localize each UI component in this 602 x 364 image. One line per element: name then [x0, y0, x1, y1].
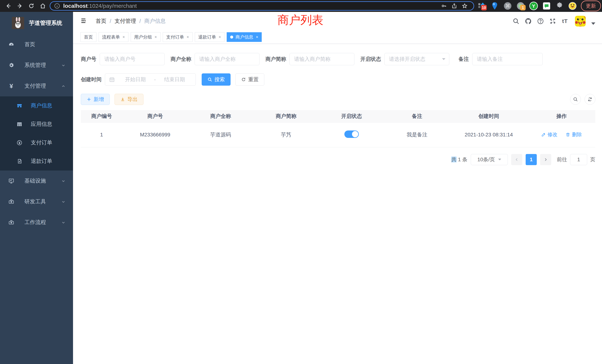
full-name-input[interactable]: [195, 53, 259, 65]
breadcrumb-item[interactable]: 首页: [96, 17, 106, 25]
date-separator: -: [153, 76, 157, 83]
field-label: 备注: [459, 56, 469, 63]
sidebar-item-workflow[interactable]: 工作流程: [0, 212, 73, 233]
col-merchant-no: 商户号: [122, 110, 188, 122]
start-date-placeholder[interactable]: 开始日期: [118, 76, 153, 83]
breadcrumb-item[interactable]: 支付管理: [115, 17, 136, 25]
prev-page-button[interactable]: [511, 154, 522, 165]
filter-full-name: 商户全称: [171, 53, 259, 65]
merchant-table: 商户编号 商户号 商户全称 商户简称 开启状态 备注 创建时间 操作 1: [81, 110, 595, 147]
short-name-input[interactable]: [290, 53, 354, 65]
github-icon[interactable]: [523, 16, 533, 26]
extension-bookmarks-icon[interactable]: 10: [476, 1, 487, 11]
reset-button[interactable]: 重置: [235, 73, 264, 86]
col-create-time: 创建时间: [450, 110, 528, 122]
close-icon[interactable]: ×: [122, 35, 125, 40]
page-number-button[interactable]: 1: [526, 154, 537, 165]
breadcrumb-item-current: 商户信息: [144, 17, 166, 25]
address-bar[interactable]: localhost:1024/pay/merchant: [50, 1, 474, 11]
avatar-dropdown-caret[interactable]: [591, 22, 595, 25]
page-size-select[interactable]: 10条/页: [471, 154, 508, 165]
extension-chat-icon[interactable]: [541, 1, 552, 11]
tab-process-form[interactable]: 流程表单×: [99, 32, 129, 42]
next-page-button[interactable]: [540, 154, 551, 165]
monitor-chart-icon: [8, 178, 14, 184]
col-full-name: 商户全称: [188, 110, 253, 122]
sidebar-item-home[interactable]: 首页: [0, 34, 73, 55]
col-short-name: 商户简称: [253, 110, 319, 122]
search-button[interactable]: 搜索: [202, 73, 231, 86]
fullscreen-icon[interactable]: [548, 16, 558, 26]
sidebar-toggle-icon[interactable]: [80, 17, 89, 25]
extension-emoji-icon[interactable]: [567, 1, 578, 11]
active-tab-dot: [230, 36, 233, 39]
app-logo-row[interactable]: 芋道管理系统: [0, 12, 73, 34]
goto-page-input[interactable]: [570, 154, 587, 165]
merchant-no-input[interactable]: [100, 53, 165, 65]
password-key-icon[interactable]: [439, 2, 449, 10]
edit-link[interactable]: 修改: [541, 131, 558, 138]
reload-icon[interactable]: [26, 1, 37, 11]
close-icon[interactable]: ×: [256, 35, 258, 40]
field-label: 创建时间: [81, 76, 102, 83]
remark-input[interactable]: [472, 53, 543, 65]
end-date-placeholder[interactable]: 结束日期: [157, 76, 192, 83]
home-icon[interactable]: [37, 1, 49, 11]
page-unit-label: 页: [590, 156, 595, 163]
sidebar-item-devtools[interactable]: 研发工具: [0, 191, 73, 212]
close-icon[interactable]: ×: [187, 35, 189, 40]
user-avatar[interactable]: [575, 16, 586, 26]
extensions-puzzle-icon[interactable]: [554, 1, 565, 11]
svg-text:Y: Y: [532, 3, 535, 9]
screen: localhost:1024/pay/merchant 10 ⌘: [0, 0, 602, 364]
bookmark-star-icon[interactable]: [460, 2, 470, 10]
edit-link-label: 修改: [548, 131, 558, 138]
close-icon[interactable]: ×: [219, 35, 221, 40]
refresh-table-icon[interactable]: [585, 94, 595, 105]
help-icon[interactable]: [536, 16, 545, 26]
extension-command-icon[interactable]: ⌘: [502, 1, 513, 11]
tab-merchant-info[interactable]: 商户信息×: [227, 32, 262, 42]
create-time-range-picker[interactable]: 开始日期 - 结束日期: [105, 73, 196, 86]
extension-proxy-icon[interactable]: 1: [515, 1, 526, 11]
back-icon[interactable]: [3, 1, 14, 11]
sidebar-item-merchant-info[interactable]: 商户信息: [0, 96, 73, 115]
extension-y-icon[interactable]: Y: [528, 1, 539, 11]
table-tools: [570, 94, 595, 105]
header-search-icon[interactable]: [511, 16, 521, 26]
add-button[interactable]: 新增: [81, 94, 110, 105]
tab-user-group[interactable]: 用户分组×: [131, 32, 161, 42]
forward-icon[interactable]: [14, 1, 26, 11]
delete-link-label: 删除: [572, 131, 582, 138]
sidebar-item-app-info[interactable]: 应用信息: [0, 115, 73, 133]
sidebar-item-infra[interactable]: 基础设施: [0, 171, 73, 191]
sidebar-item-pay-order[interactable]: 支付订单: [0, 133, 73, 152]
share-icon[interactable]: [449, 2, 460, 10]
export-button[interactable]: 导出: [115, 94, 143, 105]
table-header-row: 商户编号 商户号 商户全称 商户简称 开启状态 备注 创建时间 操作: [81, 110, 595, 122]
sidebar-item-system[interactable]: 系统管理: [0, 55, 73, 76]
goto-page: 前往 页: [557, 154, 595, 165]
tab-refund-order[interactable]: 退款订单×: [195, 32, 225, 42]
sidebar-item-pay[interactable]: ¥ 支付管理: [0, 76, 73, 96]
tab-pay-order[interactable]: 支付订单×: [163, 32, 193, 42]
site-info-icon[interactable]: [54, 3, 60, 9]
table-toolbar: 新增 导出: [81, 94, 595, 105]
chevron-down-icon: [61, 220, 66, 225]
browser-update-button[interactable]: 更新: [581, 0, 601, 11]
field-label: 商户简称: [265, 56, 286, 63]
breadcrumb-separator: /: [139, 18, 141, 24]
tags-view-bar: 首页 流程表单× 用户分组× 支付订单× 退款订单× 商户信息×: [73, 30, 602, 44]
sidebar-item-refund-order[interactable]: 退款订单: [0, 152, 73, 171]
sidebar-item-label: 研发工具: [24, 198, 61, 205]
filter-row-2: 创建时间 开始日期 - 结束日期 搜索 重置: [81, 73, 595, 86]
hide-search-icon[interactable]: [570, 94, 581, 105]
font-size-icon[interactable]: tT: [560, 16, 570, 26]
extension-pin-icon[interactable]: [489, 1, 500, 11]
status-toggle[interactable]: [344, 130, 359, 138]
tab-home[interactable]: 首页: [80, 32, 96, 42]
delete-link[interactable]: 删除: [566, 131, 582, 138]
close-icon[interactable]: ×: [155, 35, 157, 40]
status-select[interactable]: 请选择开启状态: [384, 53, 449, 65]
sidebar-item-label: 退款订单: [31, 158, 66, 165]
